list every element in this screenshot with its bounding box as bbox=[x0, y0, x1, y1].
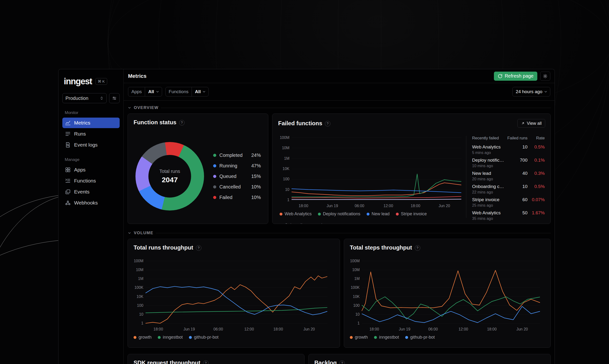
legend-item-label: growth bbox=[138, 335, 152, 340]
chevron-down-icon bbox=[156, 90, 159, 94]
refresh-page-button[interactable]: Refresh page bbox=[494, 72, 537, 81]
sidebar-item-label: Webhooks bbox=[74, 200, 98, 206]
status-legend-row[interactable]: Completed24% bbox=[213, 150, 261, 160]
volume-section-toggle[interactable]: VOLUME bbox=[127, 231, 551, 235]
legend-item[interactable]: growth bbox=[134, 335, 152, 340]
status-legend-row[interactable]: Running47% bbox=[213, 160, 261, 171]
failed-function-row[interactable]: Deploy notification10 mins ago7000.1% bbox=[472, 157, 545, 168]
apps-filter-label: Apps bbox=[128, 87, 145, 96]
failed-functions-chart: 100M10M1M10K10010118:00Jun 1906:0012:001… bbox=[278, 135, 465, 209]
failed-function-name: Deploy notification bbox=[472, 157, 505, 163]
settings-button[interactable] bbox=[540, 72, 550, 81]
failed-function-name: Web Analytics bbox=[472, 210, 505, 216]
col-recently-failed: Recently failed bbox=[472, 136, 505, 141]
legend-item-label: growth bbox=[355, 335, 368, 340]
legend-item[interactable]: Stripe invoice bbox=[396, 211, 427, 217]
sidebar-item-events[interactable]: Events bbox=[62, 187, 120, 197]
sliders-icon bbox=[112, 96, 117, 101]
svg-text:18:00: 18:00 bbox=[299, 204, 308, 208]
failed-function-row[interactable]: New lead20 mins ago400.3% bbox=[472, 171, 545, 181]
svg-text:1M: 1M bbox=[354, 277, 360, 281]
sidebar-item-functions[interactable]: Functions bbox=[62, 176, 120, 186]
failed-function-row[interactable]: Onboarding campaign22 mins ago100.5% bbox=[472, 184, 545, 195]
svg-text:10: 10 bbox=[285, 187, 289, 192]
total-steps-chart: 100M10M1M100K10K10010118:00Jun 1906:0012… bbox=[348, 258, 543, 333]
legend-item[interactable]: github-pr-bot bbox=[189, 335, 218, 340]
status-legend: Completed24%Running47%Queued15%Cancelled… bbox=[213, 150, 261, 203]
total-steps-title: Total steps throughput bbox=[350, 244, 412, 251]
status-legend-row[interactable]: Failed10% bbox=[213, 192, 261, 203]
legend-item[interactable]: inngestbot bbox=[374, 335, 399, 340]
help-icon[interactable]: ? bbox=[339, 360, 345, 364]
sidebar-section-label: Manage bbox=[65, 157, 117, 162]
legend-item-label: Deploy notifications bbox=[323, 211, 360, 217]
svg-text:100: 100 bbox=[283, 177, 289, 181]
legend-item[interactable]: growth bbox=[350, 335, 368, 340]
failed-function-time: 5 mins ago bbox=[472, 151, 505, 155]
status-legend-value: 24% bbox=[251, 153, 261, 158]
svg-text:Jun 20: Jun 20 bbox=[516, 327, 528, 331]
help-icon[interactable]: ? bbox=[415, 245, 420, 251]
command-k-shortcut[interactable]: ⌘ K bbox=[96, 78, 107, 85]
col-failed-runs: Failed runs bbox=[505, 136, 527, 141]
status-legend-label: Running bbox=[219, 163, 237, 169]
sidebar-item-label: Events bbox=[74, 189, 89, 195]
help-icon[interactable]: ? bbox=[196, 245, 201, 251]
svg-text:12:00: 12:00 bbox=[244, 327, 254, 331]
svg-text:06:00: 06:00 bbox=[355, 204, 364, 208]
chart-line-icon bbox=[65, 120, 71, 126]
chevron-up-down-icon bbox=[100, 96, 104, 100]
overview-section-toggle[interactable]: OVERVIEW bbox=[127, 105, 551, 110]
gear-icon bbox=[543, 74, 548, 78]
failed-functions-card: Failed functions ? View all 100M10M1M10K… bbox=[272, 114, 551, 224]
failed-function-row[interactable]: Stripe invoice25 mins ago600.07% bbox=[472, 197, 545, 208]
total-runs-card: Total runs throughput ? 100M10M1M100K10K… bbox=[127, 239, 340, 348]
failed-function-runs: 700 bbox=[505, 157, 527, 163]
legend-item[interactable]: Onboarding campaign bbox=[279, 223, 327, 224]
failed-functions-legend: Web AnalyticsDeploy notificationsNew lea… bbox=[274, 209, 466, 224]
main-content: Metrics Refresh page Apps All bbox=[124, 69, 554, 364]
total-steps-card: Total steps throughput ? 100M10M1M100K10… bbox=[344, 239, 551, 348]
sidebar-item-label: Event logs bbox=[74, 142, 97, 148]
failed-function-row[interactable]: Web Analytics5 mins ago100.5% bbox=[472, 144, 545, 155]
sidebar-item-apps[interactable]: Apps bbox=[62, 165, 120, 175]
help-icon[interactable]: ? bbox=[325, 121, 330, 126]
webhook-icon bbox=[65, 200, 71, 206]
sidebar-item-webhooks[interactable]: Webhooks bbox=[62, 197, 120, 208]
environment-selector[interactable]: Production bbox=[62, 93, 107, 103]
svg-text:1: 1 bbox=[141, 321, 143, 325]
chevron-down-icon bbox=[544, 90, 548, 94]
time-range-selector[interactable]: 24 hours ago bbox=[512, 87, 550, 96]
legend-item[interactable]: Deploy notifications bbox=[318, 211, 360, 217]
failed-function-row[interactable]: Web Analytics35 mins ago501.67% bbox=[472, 210, 545, 221]
apps-filter[interactable]: Apps All bbox=[128, 87, 162, 96]
failed-function-runs: 10 bbox=[505, 144, 527, 150]
legend-item[interactable]: Web Analytics bbox=[279, 211, 312, 217]
svg-text:10K: 10K bbox=[283, 167, 290, 171]
events-icon bbox=[65, 189, 71, 195]
functions-filter[interactable]: Functions All bbox=[166, 87, 209, 96]
sidebar-item-metrics[interactable]: Metrics bbox=[62, 117, 120, 128]
help-icon[interactable]: ? bbox=[203, 360, 208, 364]
svg-text:10M: 10M bbox=[136, 268, 143, 272]
status-legend-value: 10% bbox=[251, 195, 261, 200]
sidebar-item-runs[interactable]: Runs bbox=[62, 129, 120, 139]
status-legend-label: Cancelled bbox=[219, 184, 241, 190]
legend-item[interactable]: github-pr-bot bbox=[405, 335, 435, 340]
legend-item[interactable]: inngestbot bbox=[158, 335, 183, 340]
doc-search-icon bbox=[65, 142, 71, 148]
legend-item-label: github-pr-bot bbox=[194, 335, 218, 340]
legend-item-label: github-pr-bot bbox=[410, 335, 435, 340]
help-icon[interactable]: ? bbox=[179, 120, 185, 126]
view-all-button[interactable]: View all bbox=[517, 119, 545, 128]
legend-item-label: inngestbot bbox=[163, 335, 183, 340]
env-filter-button[interactable] bbox=[109, 93, 120, 103]
sidebar-item-event-logs[interactable]: Event logs bbox=[62, 140, 120, 150]
overview-section-label: OVERVIEW bbox=[134, 105, 158, 110]
status-legend-row[interactable]: Queued15% bbox=[213, 171, 261, 182]
legend-item-label: inngestbot bbox=[379, 335, 399, 340]
status-legend-row[interactable]: Cancelled10% bbox=[213, 182, 261, 192]
svg-text:10K: 10K bbox=[137, 295, 144, 299]
legend-item[interactable]: New lead bbox=[367, 211, 390, 217]
refresh-page-label: Refresh page bbox=[505, 73, 533, 79]
